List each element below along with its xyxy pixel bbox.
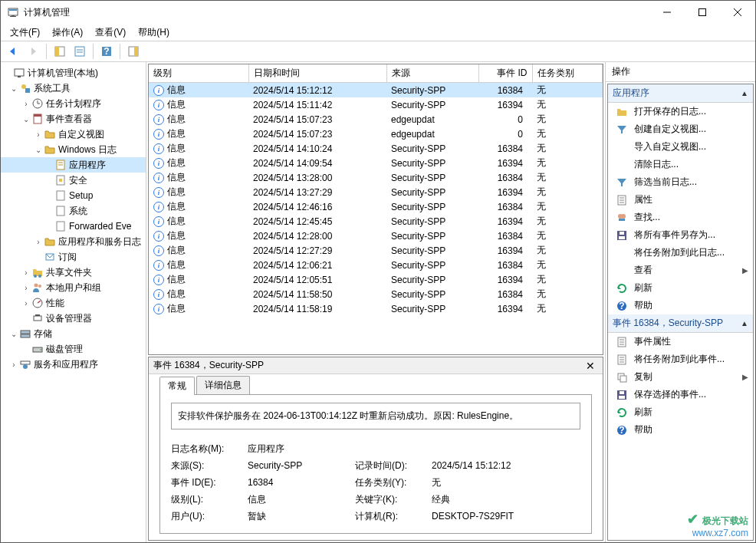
col-eventid[interactable]: 事件 ID <box>478 64 532 83</box>
back-button[interactable] <box>4 42 22 61</box>
tree-customviews[interactable]: ›自定义视图 <box>1 127 146 142</box>
savesel-icon <box>616 389 628 401</box>
menu-help[interactable]: 帮助(H) <box>132 25 176 41</box>
svg-point-38 <box>38 285 41 288</box>
table-row[interactable]: i信息2024/5/14 14:10:24Security-SPP16384无 <box>149 141 603 156</box>
tree-diskmgr[interactable]: 磁盘管理 <box>1 341 146 357</box>
tree-root[interactable]: 计算机管理(本地) <box>1 65 146 81</box>
action-attachtask[interactable]: 将任务附加到此日志... <box>608 244 753 262</box>
show-action-pane-button[interactable] <box>124 42 143 61</box>
action-clearlog[interactable]: 清除日志... <box>608 156 753 173</box>
col-taskcat[interactable]: 任务类别 <box>532 64 603 83</box>
menu-view[interactable]: 查看(V) <box>89 25 132 41</box>
action-view[interactable]: 查看▶ <box>608 262 753 279</box>
table-row[interactable]: i信息2024/5/14 15:07:23edgeupdat0无 <box>149 112 603 127</box>
svg-rect-47 <box>21 361 30 364</box>
svg-rect-43 <box>21 331 30 334</box>
action-help2[interactable]: ?帮助 <box>608 421 753 439</box>
action-open[interactable]: 打开保存的日志... <box>608 103 753 120</box>
tree-security[interactable]: 安全 <box>1 173 146 188</box>
forward-button[interactable] <box>24 42 42 61</box>
action-props[interactable]: 属性 <box>608 191 753 209</box>
properties-button[interactable] <box>71 42 89 61</box>
tree-application[interactable]: 应用程序 <box>1 157 146 173</box>
col-level[interactable]: 级别 <box>149 64 248 83</box>
tree-appservices[interactable]: ›应用程序和服务日志 <box>1 234 146 249</box>
svg-rect-25 <box>34 114 41 117</box>
eventprops-icon <box>616 336 628 348</box>
table-row[interactable]: i信息2024/5/14 15:12:12Security-SPP16384无 <box>149 83 603 98</box>
table-row[interactable]: i信息2024/5/14 15:11:42Security-SPP16394无 <box>149 97 603 112</box>
maximize-button[interactable] <box>685 1 720 24</box>
table-row[interactable]: i信息2024/5/14 12:27:29Security-SPP16394无 <box>149 243 603 258</box>
table-row[interactable]: i信息2024/5/14 11:58:19Security-SPP16394无 <box>149 301 603 316</box>
action-group-event[interactable]: 事件 16384，Security-SPP▲ <box>608 314 753 333</box>
action-help[interactable]: ?帮助 <box>608 297 753 314</box>
svg-rect-2 <box>12 15 15 16</box>
tree-sharedfolders[interactable]: ›共享文件夹 <box>1 265 146 280</box>
nav-tree[interactable]: 计算机管理(本地) ⌄系统工具 ›任务计划程序 ⌄事件查看器 ›自定义视图 ⌄W… <box>1 62 146 542</box>
table-row[interactable]: i信息2024/5/14 12:46:16Security-SPP16384无 <box>149 199 603 214</box>
menu-action[interactable]: 操作(A) <box>46 25 89 41</box>
titlebar: 计算机管理 <box>1 1 755 24</box>
tree-system[interactable]: 系统 <box>1 203 146 219</box>
action-refresh2[interactable]: 刷新 <box>608 403 753 421</box>
help-button[interactable]: ? <box>97 42 116 61</box>
info-icon: i <box>153 245 164 256</box>
tree-forwarded[interactable]: Forwarded Eve <box>1 219 146 234</box>
action-copy[interactable]: 复制▶ <box>608 368 753 386</box>
svg-text:?: ? <box>619 425 624 436</box>
svg-rect-18 <box>18 76 21 77</box>
tree-performance[interactable]: ›性能 <box>1 295 146 311</box>
action-group-app[interactable]: 应用程序▲ <box>608 84 753 103</box>
tree-scheduler[interactable]: ›任务计划程序 <box>1 96 146 111</box>
close-button[interactable] <box>720 1 755 24</box>
action-attachtaskevent[interactable]: 将任务附加到此事件... <box>608 350 753 368</box>
table-row[interactable]: i信息2024/5/14 13:27:29Security-SPP16394无 <box>149 185 603 199</box>
minimize-button[interactable] <box>649 1 685 24</box>
collapse-icon[interactable]: ▲ <box>741 89 748 97</box>
tree-devicemgr[interactable]: 设备管理器 <box>1 311 146 326</box>
table-row[interactable]: i信息2024/5/14 15:07:23edgeupdat0无 <box>149 127 603 141</box>
action-refresh[interactable]: 刷新 <box>608 279 753 297</box>
tree-setup[interactable]: Setup <box>1 188 146 203</box>
table-row[interactable]: i信息2024/5/14 13:28:00Security-SPP16384无 <box>149 170 603 185</box>
info-icon: i <box>153 173 164 183</box>
tree-storage[interactable]: ⌄存储 <box>1 326 146 341</box>
action-importview[interactable]: 导入自定义视图... <box>608 138 753 156</box>
tree-winlogs[interactable]: ⌄Windows 日志 <box>1 142 146 157</box>
table-row[interactable]: i信息2024/5/14 14:09:54Security-SPP16394无 <box>149 156 603 170</box>
svg-rect-58 <box>620 232 624 235</box>
action-filter[interactable]: 筛选当前日志... <box>608 173 753 191</box>
event-grid[interactable]: 级别 日期和时间 来源 事件 ID 任务类别 i信息2024/5/14 15:1… <box>148 64 603 355</box>
tree-services[interactable]: ›服务和应用程序 <box>1 357 146 372</box>
show-hide-tree-button[interactable] <box>51 42 69 61</box>
tree-subscriptions[interactable]: 订阅 <box>1 249 146 265</box>
tab-general[interactable]: 常规 <box>159 377 195 395</box>
action-customview[interactable]: 创建自定义视图... <box>608 120 753 138</box>
table-row[interactable]: i信息2024/5/14 12:06:21Security-SPP16384无 <box>149 258 603 272</box>
svg-line-40 <box>38 301 41 303</box>
col-source[interactable]: 来源 <box>386 64 478 83</box>
action-find[interactable]: 查找... <box>608 209 753 226</box>
action-eventprops[interactable]: 事件属性 <box>608 333 753 350</box>
customview-icon <box>616 123 628 136</box>
tree-eventviewer[interactable]: ⌄事件查看器 <box>1 111 146 127</box>
info-icon: i <box>153 260 164 271</box>
table-row[interactable]: i信息2024/5/14 11:58:50Security-SPP16384无 <box>149 287 603 301</box>
table-row[interactable]: i信息2024/5/14 12:45:45Security-SPP16394无 <box>149 214 603 229</box>
collapse-icon[interactable]: ▲ <box>741 319 748 327</box>
action-saveas[interactable]: 将所有事件另存为... <box>608 226 753 244</box>
details-close-button[interactable]: ✕ <box>583 360 598 372</box>
col-datetime[interactable]: 日期和时间 <box>248 64 386 83</box>
view-icon <box>616 265 628 277</box>
tab-details[interactable]: 详细信息 <box>196 376 250 394</box>
table-row[interactable]: i信息2024/5/14 12:05:51Security-SPP16394无 <box>149 272 603 287</box>
action-savesel[interactable]: 保存选择的事件... <box>608 386 753 403</box>
menu-file[interactable]: 文件(F) <box>4 25 46 41</box>
table-row[interactable]: i信息2024/5/14 12:28:00Security-SPP16384无 <box>149 229 603 243</box>
tree-systools[interactable]: ⌄系统工具 <box>1 81 146 96</box>
tree-localusers[interactable]: ›本地用户和组 <box>1 280 146 295</box>
help2-icon: ? <box>616 424 628 436</box>
svg-rect-10 <box>75 47 84 56</box>
